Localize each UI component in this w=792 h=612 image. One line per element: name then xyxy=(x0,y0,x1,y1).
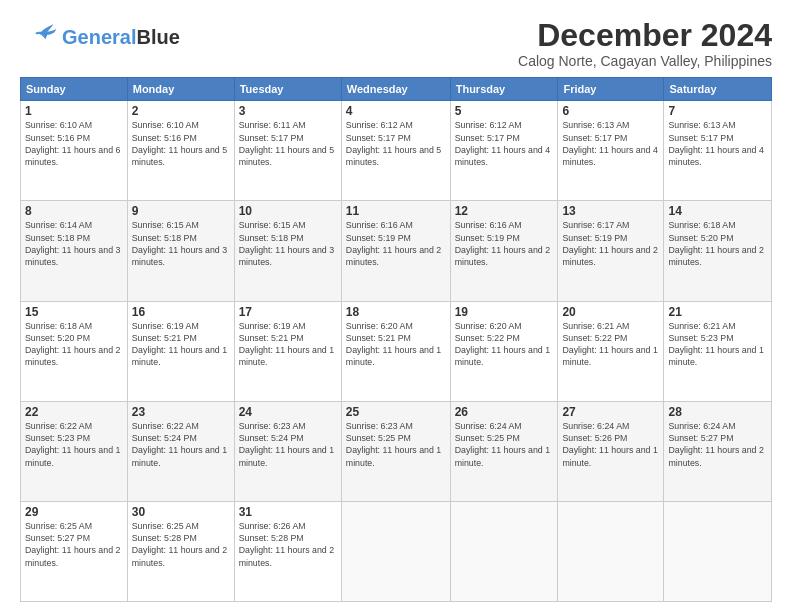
sunrise-text: Sunrise: 6:23 AM xyxy=(239,421,306,431)
day-info: Sunrise: 6:23 AM Sunset: 5:24 PM Dayligh… xyxy=(239,420,337,469)
sunset-text: Sunset: 5:17 PM xyxy=(239,133,304,143)
calendar-cell: 10 Sunrise: 6:15 AM Sunset: 5:18 PM Dayl… xyxy=(234,201,341,301)
sunset-text: Sunset: 5:19 PM xyxy=(346,233,411,243)
calendar-cell xyxy=(558,501,664,601)
day-number: 22 xyxy=(25,405,123,419)
calendar-cell: 27 Sunrise: 6:24 AM Sunset: 5:26 PM Dayl… xyxy=(558,401,664,501)
day-info: Sunrise: 6:24 AM Sunset: 5:26 PM Dayligh… xyxy=(562,420,659,469)
day-number: 21 xyxy=(668,305,767,319)
sunset-text: Sunset: 5:17 PM xyxy=(668,133,733,143)
calendar-header-row: Sunday Monday Tuesday Wednesday Thursday… xyxy=(21,78,772,101)
sunrise-text: Sunrise: 6:18 AM xyxy=(25,321,92,331)
calendar-cell: 30 Sunrise: 6:25 AM Sunset: 5:28 PM Dayl… xyxy=(127,501,234,601)
logo: GeneralBlue xyxy=(20,18,180,56)
day-info: Sunrise: 6:18 AM Sunset: 5:20 PM Dayligh… xyxy=(668,219,767,268)
calendar-cell: 17 Sunrise: 6:19 AM Sunset: 5:21 PM Dayl… xyxy=(234,301,341,401)
day-info: Sunrise: 6:25 AM Sunset: 5:27 PM Dayligh… xyxy=(25,520,123,569)
day-info: Sunrise: 6:10 AM Sunset: 5:16 PM Dayligh… xyxy=(25,119,123,168)
daylight-text: Daylight: 11 hours and 1 minute. xyxy=(455,345,550,367)
daylight-text: Daylight: 11 hours and 3 minutes. xyxy=(25,245,120,267)
day-number: 3 xyxy=(239,104,337,118)
day-number: 26 xyxy=(455,405,554,419)
day-info: Sunrise: 6:26 AM Sunset: 5:28 PM Dayligh… xyxy=(239,520,337,569)
sunrise-text: Sunrise: 6:19 AM xyxy=(239,321,306,331)
sunrise-text: Sunrise: 6:14 AM xyxy=(25,220,92,230)
day-number: 18 xyxy=(346,305,446,319)
calendar-cell: 14 Sunrise: 6:18 AM Sunset: 5:20 PM Dayl… xyxy=(664,201,772,301)
day-info: Sunrise: 6:20 AM Sunset: 5:22 PM Dayligh… xyxy=(455,320,554,369)
day-info: Sunrise: 6:15 AM Sunset: 5:18 PM Dayligh… xyxy=(132,219,230,268)
logo-general: General xyxy=(62,26,136,48)
calendar-cell: 4 Sunrise: 6:12 AM Sunset: 5:17 PM Dayli… xyxy=(341,101,450,201)
day-number: 19 xyxy=(455,305,554,319)
calendar-cell: 7 Sunrise: 6:13 AM Sunset: 5:17 PM Dayli… xyxy=(664,101,772,201)
sunrise-text: Sunrise: 6:26 AM xyxy=(239,521,306,531)
day-info: Sunrise: 6:12 AM Sunset: 5:17 PM Dayligh… xyxy=(346,119,446,168)
calendar-cell: 18 Sunrise: 6:20 AM Sunset: 5:21 PM Dayl… xyxy=(341,301,450,401)
sunset-text: Sunset: 5:17 PM xyxy=(562,133,627,143)
sunrise-text: Sunrise: 6:11 AM xyxy=(239,120,306,130)
day-info: Sunrise: 6:18 AM Sunset: 5:20 PM Dayligh… xyxy=(25,320,123,369)
daylight-text: Daylight: 11 hours and 2 minutes. xyxy=(25,345,120,367)
calendar-cell: 16 Sunrise: 6:19 AM Sunset: 5:21 PM Dayl… xyxy=(127,301,234,401)
location: Calog Norte, Cagayan Valley, Philippines xyxy=(518,53,772,69)
logo-icon xyxy=(20,18,58,56)
sunrise-text: Sunrise: 6:13 AM xyxy=(668,120,735,130)
daylight-text: Daylight: 11 hours and 1 minute. xyxy=(25,445,120,467)
sunset-text: Sunset: 5:27 PM xyxy=(25,533,90,543)
day-info: Sunrise: 6:22 AM Sunset: 5:24 PM Dayligh… xyxy=(132,420,230,469)
sunrise-text: Sunrise: 6:13 AM xyxy=(562,120,629,130)
sunset-text: Sunset: 5:23 PM xyxy=(668,333,733,343)
sunset-text: Sunset: 5:20 PM xyxy=(668,233,733,243)
day-number: 27 xyxy=(562,405,659,419)
sunset-text: Sunset: 5:24 PM xyxy=(239,433,304,443)
day-info: Sunrise: 6:24 AM Sunset: 5:27 PM Dayligh… xyxy=(668,420,767,469)
day-number: 5 xyxy=(455,104,554,118)
sunrise-text: Sunrise: 6:24 AM xyxy=(562,421,629,431)
calendar-cell: 19 Sunrise: 6:20 AM Sunset: 5:22 PM Dayl… xyxy=(450,301,558,401)
day-info: Sunrise: 6:22 AM Sunset: 5:23 PM Dayligh… xyxy=(25,420,123,469)
sunset-text: Sunset: 5:21 PM xyxy=(132,333,197,343)
sunrise-text: Sunrise: 6:23 AM xyxy=(346,421,413,431)
calendar-cell: 6 Sunrise: 6:13 AM Sunset: 5:17 PM Dayli… xyxy=(558,101,664,201)
calendar-cell: 22 Sunrise: 6:22 AM Sunset: 5:23 PM Dayl… xyxy=(21,401,128,501)
page: GeneralBlue December 2024 Calog Norte, C… xyxy=(0,0,792,612)
sunrise-text: Sunrise: 6:22 AM xyxy=(25,421,92,431)
logo-blue: Blue xyxy=(136,26,179,48)
sunrise-text: Sunrise: 6:15 AM xyxy=(239,220,306,230)
sunrise-text: Sunrise: 6:24 AM xyxy=(668,421,735,431)
day-number: 7 xyxy=(668,104,767,118)
sunset-text: Sunset: 5:18 PM xyxy=(25,233,90,243)
day-info: Sunrise: 6:23 AM Sunset: 5:25 PM Dayligh… xyxy=(346,420,446,469)
calendar-cell: 15 Sunrise: 6:18 AM Sunset: 5:20 PM Dayl… xyxy=(21,301,128,401)
day-number: 6 xyxy=(562,104,659,118)
daylight-text: Daylight: 11 hours and 2 minutes. xyxy=(668,445,763,467)
sunset-text: Sunset: 5:25 PM xyxy=(346,433,411,443)
sunset-text: Sunset: 5:16 PM xyxy=(132,133,197,143)
day-number: 16 xyxy=(132,305,230,319)
day-number: 17 xyxy=(239,305,337,319)
sunset-text: Sunset: 5:28 PM xyxy=(132,533,197,543)
calendar-cell: 23 Sunrise: 6:22 AM Sunset: 5:24 PM Dayl… xyxy=(127,401,234,501)
col-friday: Friday xyxy=(558,78,664,101)
day-info: Sunrise: 6:10 AM Sunset: 5:16 PM Dayligh… xyxy=(132,119,230,168)
daylight-text: Daylight: 11 hours and 3 minutes. xyxy=(132,245,227,267)
sunset-text: Sunset: 5:28 PM xyxy=(239,533,304,543)
sunset-text: Sunset: 5:18 PM xyxy=(239,233,304,243)
col-tuesday: Tuesday xyxy=(234,78,341,101)
day-info: Sunrise: 6:16 AM Sunset: 5:19 PM Dayligh… xyxy=(455,219,554,268)
day-number: 1 xyxy=(25,104,123,118)
daylight-text: Daylight: 11 hours and 2 minutes. xyxy=(346,245,441,267)
day-number: 13 xyxy=(562,204,659,218)
daylight-text: Daylight: 11 hours and 5 minutes. xyxy=(346,145,441,167)
day-info: Sunrise: 6:12 AM Sunset: 5:17 PM Dayligh… xyxy=(455,119,554,168)
day-number: 2 xyxy=(132,104,230,118)
calendar-cell: 12 Sunrise: 6:16 AM Sunset: 5:19 PM Dayl… xyxy=(450,201,558,301)
calendar-cell xyxy=(341,501,450,601)
daylight-text: Daylight: 11 hours and 2 minutes. xyxy=(132,545,227,567)
sunset-text: Sunset: 5:27 PM xyxy=(668,433,733,443)
sunset-text: Sunset: 5:20 PM xyxy=(25,333,90,343)
month-title: December 2024 xyxy=(518,18,772,53)
daylight-text: Daylight: 11 hours and 1 minute. xyxy=(239,445,334,467)
title-section: December 2024 Calog Norte, Cagayan Valle… xyxy=(518,18,772,69)
